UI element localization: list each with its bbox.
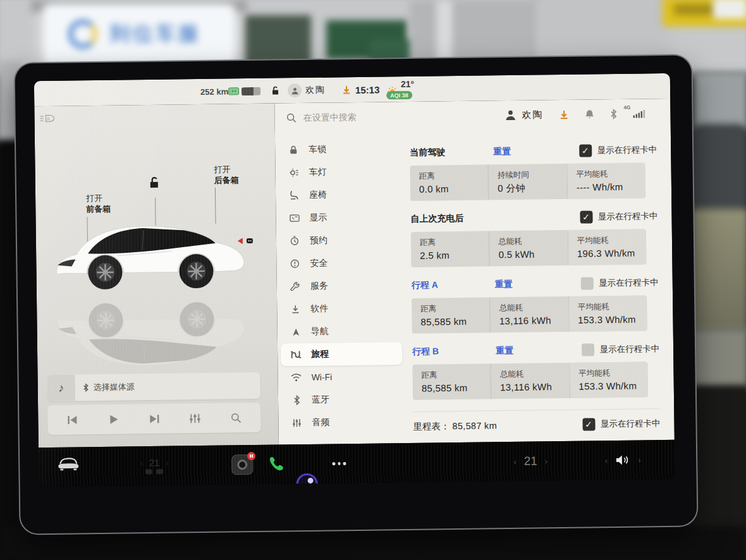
sidebar-item-wifi[interactable]: Wi-Fi <box>281 365 402 389</box>
metric-label: 总能耗 <box>498 236 568 247</box>
show-in-trip-card-toggle[interactable]: ✓ 显示在行程卡中 <box>580 210 658 224</box>
metric-label: 距离 <box>419 170 489 181</box>
sidebar-item-bluetooth[interactable]: 蓝牙 <box>281 387 403 411</box>
odometer-row: 里程表： 85,587 km ✓ 显示在行程卡中 <box>413 408 660 433</box>
show-in-trip-card-toggle[interactable]: ✓ 显示在行程卡中 <box>582 417 661 431</box>
yellow-sign-text <box>674 4 718 15</box>
profile-menu[interactable]: 欢陶 <box>504 108 543 121</box>
media-source-label: 选择媒体源 <box>94 381 135 393</box>
metric-value: 85,585 km <box>420 315 490 327</box>
rear-trunk-target: 后备箱 <box>214 174 239 185</box>
sidebar-label: 显示 <box>309 212 327 224</box>
bottom-dock: ‹ 21 › i ‹ 21 › ‹ <box>39 440 675 487</box>
reset-button[interactable]: 重置 <box>495 279 513 290</box>
software-update-icon[interactable] <box>558 109 569 119</box>
sidebar-item-audio[interactable]: 音频 <box>281 410 403 434</box>
notifications-bell-icon[interactable] <box>584 109 594 119</box>
temp-up-chevron[interactable]: › <box>166 458 168 467</box>
metric-value: 153.3 Wh/km <box>578 380 648 391</box>
store-logo <box>68 20 97 49</box>
sidebar-item-scheduling[interactable]: 预约 <box>279 228 401 252</box>
seat-heater-icons[interactable] <box>145 469 163 474</box>
section-title: 当前驾驶 <box>410 147 445 159</box>
previous-track-button[interactable] <box>63 410 82 429</box>
bluetooth-source-icon <box>83 383 89 392</box>
volume-control[interactable]: ‹ › <box>605 454 641 467</box>
driver-climate-control[interactable]: ‹ 21 › <box>140 457 169 475</box>
show-in-trip-card-toggle[interactable]: 显示在行程卡中 <box>580 276 659 290</box>
temp-down-chevron[interactable]: ‹ <box>140 458 143 467</box>
odometer-label: 里程表： <box>413 420 449 433</box>
sidebar-item-lights[interactable]: 车灯 <box>278 160 400 184</box>
metric-value: 0.5 kWh <box>498 248 568 260</box>
sidebar-label: 车锁 <box>309 144 326 155</box>
sidebar-label: 蓝牙 <box>312 394 329 406</box>
profile-name: 欢陶 <box>522 109 543 121</box>
settings-search-input[interactable] <box>303 111 429 123</box>
media-player-bar[interactable]: ♪ 选择媒体源 <box>47 372 260 401</box>
equalizer-button[interactable] <box>185 408 204 427</box>
sidebar-item-trips[interactable]: 旅程 <box>281 342 402 366</box>
green-board <box>245 15 311 66</box>
reset-button[interactable]: 重置 <box>493 146 511 157</box>
media-search-button[interactable] <box>226 408 245 427</box>
wrench-icon <box>289 280 302 293</box>
window-view <box>693 71 746 131</box>
sidebar-label: 座椅 <box>309 190 327 201</box>
bluetooth-status-icon[interactable] <box>609 108 617 119</box>
sidebar-item-locks[interactable]: 车锁 <box>278 137 400 161</box>
sidebar-item-service[interactable]: 服务 <box>280 274 401 298</box>
sidebar-label: Wi-Fi <box>311 372 332 382</box>
trip-section-since-charge: 自上次充电后 ✓ 显示在行程卡中 距离2.5 km 总能耗0.5 kWh 平均能… <box>410 208 658 267</box>
volume-down-chevron[interactable]: ‹ <box>605 456 608 465</box>
unlocked-icon[interactable] <box>271 78 280 103</box>
software-update-icon[interactable] <box>341 77 352 102</box>
settings-sidebar: 车锁 车灯 座椅 显示 <box>275 131 408 444</box>
metric-value: 85,585 km <box>422 382 491 393</box>
music-app-icon[interactable] <box>296 473 317 487</box>
metric-label: 距离 <box>420 236 489 248</box>
next-track-button[interactable] <box>145 409 164 428</box>
trips-route-icon <box>290 348 302 361</box>
checkbox-label: 显示在行程卡中 <box>599 343 659 355</box>
checkbox-unchecked-icon <box>580 277 593 289</box>
dashcam-app-icon[interactable] <box>231 454 253 475</box>
svg-text:A: A <box>47 116 50 122</box>
cellular-signal-icon: 4G <box>632 109 645 118</box>
clock: 15:13 <box>355 77 380 102</box>
driver-profile-icon[interactable] <box>288 78 302 103</box>
sidebar-label: 安全 <box>310 258 327 269</box>
car-status-button[interactable] <box>56 455 80 472</box>
temp-down-chevron[interactable]: ‹ <box>513 456 517 466</box>
metric-value: ---- Wh/km <box>577 181 646 192</box>
play-button[interactable] <box>104 410 123 429</box>
sidebar-item-navigation[interactable]: 导航 <box>280 319 401 343</box>
battery-icon <box>242 78 260 104</box>
rear-trunk-button[interactable]: 打开 后备箱 <box>214 164 238 185</box>
passenger-climate-control[interactable]: ‹ 21 › <box>513 454 547 468</box>
charge-port-indicator[interactable] <box>237 236 254 245</box>
checkbox-label: 显示在行程卡中 <box>599 277 659 289</box>
network-type: 4G <box>623 104 630 110</box>
recording-badge <box>247 452 255 460</box>
store-sign: 到位车服 <box>44 5 234 63</box>
metric-value: 13,116 kWh <box>500 381 570 393</box>
sidebar-item-software[interactable]: 软件 <box>280 296 401 320</box>
sidebar-item-safety[interactable]: 安全 <box>279 251 401 275</box>
volume-up-chevron[interactable]: › <box>638 455 641 465</box>
metric-value: 196.3 Wh/km <box>577 247 647 259</box>
temp-up-chevron[interactable]: › <box>545 456 548 466</box>
sidebar-item-display[interactable]: 显示 <box>279 205 400 229</box>
show-in-trip-card-toggle[interactable]: ✓ 显示在行程卡中 <box>579 143 657 157</box>
ground <box>690 329 746 389</box>
show-in-trip-card-toggle[interactable]: 显示在行程卡中 <box>581 343 659 356</box>
driver-temp: 21 <box>149 457 160 468</box>
trip-metrics-card: 距离0.0 km 持续时间0 分钟 平均能耗---- Wh/km <box>410 162 646 201</box>
sidebar-item-seats[interactable]: 座椅 <box>279 183 400 207</box>
sidebar-label: 旅程 <box>311 349 329 360</box>
more-apps-button[interactable] <box>332 462 346 465</box>
reset-button[interactable]: 重置 <box>496 345 513 356</box>
phone-app-icon[interactable] <box>263 453 286 475</box>
trip-metrics-card: 距离2.5 km 总能耗0.5 kWh 平均能耗196.3 Wh/km <box>411 229 647 267</box>
download-icon <box>289 303 302 315</box>
